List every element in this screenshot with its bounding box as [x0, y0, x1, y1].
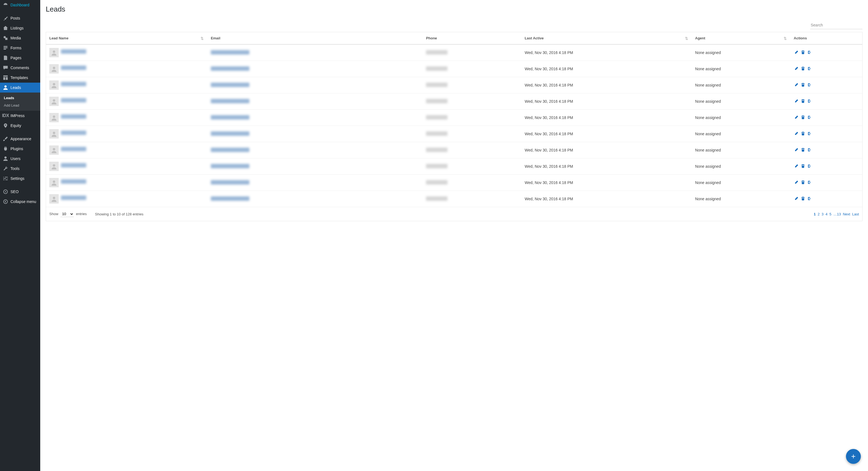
edit-button[interactable] [794, 180, 799, 185]
page-size-select[interactable]: 10 [60, 211, 74, 217]
table-row[interactable]: Wed, Nov 30, 2016 4:18 PMNone assigned [46, 191, 862, 207]
sidebar-item-tools[interactable]: Tools [0, 164, 40, 174]
seo-icon [3, 189, 8, 194]
edit-button[interactable] [794, 99, 799, 103]
sidebar-item-label: Users [10, 156, 21, 161]
sidebar-item-appearance[interactable]: Appearance [0, 134, 40, 144]
sidebar-item-label: SEO [10, 189, 19, 194]
col-agent[interactable]: Agent ⇅ [692, 32, 790, 44]
edit-button[interactable] [794, 82, 799, 87]
delete-button[interactable] [801, 99, 805, 103]
lead-name-redacted [61, 163, 86, 167]
sidebar-item-users[interactable]: Users [0, 154, 40, 164]
sidebar-item-forms[interactable]: Forms [0, 43, 40, 53]
svg-point-20 [53, 51, 55, 53]
delete-button[interactable] [801, 131, 805, 136]
export-button[interactable] [807, 50, 812, 55]
sidebar-item-comments[interactable]: Comments [0, 63, 40, 73]
delete-button[interactable] [801, 147, 805, 152]
export-button[interactable] [807, 66, 812, 71]
agent-cell: None assigned [692, 142, 790, 158]
page-link[interactable]: 1 [814, 212, 816, 216]
sidebar-item-impress[interactable]: IDX IMPress [0, 111, 40, 121]
sidebar-item-media[interactable]: Media [0, 33, 40, 43]
add-lead-fab[interactable]: + [846, 449, 861, 464]
table-row[interactable]: Wed, Nov 30, 2016 4:18 PMNone assigned [46, 175, 862, 191]
sidebar-item-leads[interactable]: Leads [0, 83, 40, 93]
page-link[interactable]: 4 [826, 212, 828, 216]
sidebar-item-settings[interactable]: Settings [0, 174, 40, 183]
delete-button[interactable] [801, 66, 805, 71]
sliders-icon [3, 176, 8, 181]
page-link[interactable]: 3 [822, 212, 824, 216]
export-button[interactable] [807, 115, 812, 120]
delete-button[interactable] [801, 82, 805, 87]
sidebar-item-seo[interactable]: SEO [0, 187, 40, 197]
edit-button[interactable] [794, 131, 799, 136]
sidebar-item-plugins[interactable]: Plugins [0, 144, 40, 154]
export-button[interactable] [807, 196, 812, 201]
sidebar-item-label: Tools [10, 166, 20, 171]
export-button[interactable] [807, 180, 812, 185]
export-button[interactable] [807, 131, 812, 136]
lead-name-redacted [61, 131, 86, 135]
pagination: 12345…13NextLast [814, 212, 859, 216]
sidebar-item-label: Comments [10, 66, 29, 70]
svg-rect-7 [3, 77, 5, 80]
table-row[interactable]: Wed, Nov 30, 2016 4:18 PMNone assigned [46, 142, 862, 158]
table-row[interactable]: Wed, Nov 30, 2016 4:18 PMNone assigned [46, 44, 862, 61]
sidebar-item-dashboard[interactable]: Dashboard [0, 0, 40, 10]
dashboard-icon [3, 2, 8, 8]
sidebar-sub-leads[interactable]: Leads [0, 94, 40, 102]
page-link[interactable]: 5 [830, 212, 831, 216]
sidebar-submenu-leads: Leads Add Lead [0, 93, 40, 111]
lead-phone-redacted [426, 83, 447, 87]
sidebar-sub-add-lead[interactable]: Add Lead [0, 102, 40, 109]
table-row[interactable]: Wed, Nov 30, 2016 4:18 PMNone assigned [46, 109, 862, 126]
delete-button[interactable] [801, 115, 805, 120]
sidebar-item-pages[interactable]: Pages [0, 53, 40, 63]
export-button[interactable] [807, 82, 812, 87]
sidebar-item-collapse[interactable]: Collapse menu [0, 197, 40, 207]
delete-button[interactable] [801, 164, 805, 168]
edit-button[interactable] [794, 196, 799, 201]
export-button[interactable] [807, 147, 812, 152]
avatar [49, 81, 59, 90]
table-row[interactable]: Wed, Nov 30, 2016 4:18 PMNone assigned [46, 61, 862, 77]
export-button[interactable] [807, 99, 812, 103]
col-last-active[interactable]: Last Active ⇅ [521, 32, 692, 44]
delete-button[interactable] [801, 196, 805, 201]
sidebar-item-label: Leads [10, 85, 21, 90]
table-row[interactable]: Wed, Nov 30, 2016 4:18 PMNone assigned [46, 77, 862, 93]
svg-point-23 [53, 99, 55, 102]
page-link[interactable]: …13 [833, 212, 841, 216]
search-input[interactable] [810, 21, 863, 29]
delete-button[interactable] [801, 180, 805, 185]
sidebar-item-equity[interactable]: Equity [0, 121, 40, 131]
svg-point-25 [53, 132, 55, 134]
edit-button[interactable] [794, 66, 799, 71]
export-button[interactable] [807, 164, 812, 168]
page-link[interactable]: Next [843, 212, 850, 216]
page-title: Leads [46, 5, 863, 13]
brush-icon [3, 136, 8, 142]
edit-button[interactable] [794, 164, 799, 168]
edit-button[interactable] [794, 115, 799, 120]
agent-cell: None assigned [692, 126, 790, 142]
sidebar-item-posts[interactable]: Posts [0, 13, 40, 23]
edit-button[interactable] [794, 50, 799, 55]
table-row[interactable]: Wed, Nov 30, 2016 4:18 PMNone assigned [46, 126, 862, 142]
page-link[interactable]: Last [852, 212, 859, 216]
table-row[interactable]: Wed, Nov 30, 2016 4:18 PMNone assigned [46, 93, 862, 109]
delete-button[interactable] [801, 50, 805, 55]
sidebar-item-listings[interactable]: Listings [0, 23, 40, 33]
sidebar-item-templates[interactable]: Templates [0, 73, 40, 83]
col-email[interactable]: Email [208, 32, 423, 44]
edit-button[interactable] [794, 147, 799, 152]
lead-name-redacted [61, 82, 86, 86]
page-link[interactable]: 2 [817, 212, 819, 216]
marker-icon [3, 123, 8, 128]
col-phone[interactable]: Phone [423, 32, 521, 44]
col-lead-name[interactable]: Lead Name ⇅ [46, 32, 208, 44]
table-row[interactable]: Wed, Nov 30, 2016 4:18 PMNone assigned [46, 158, 862, 175]
